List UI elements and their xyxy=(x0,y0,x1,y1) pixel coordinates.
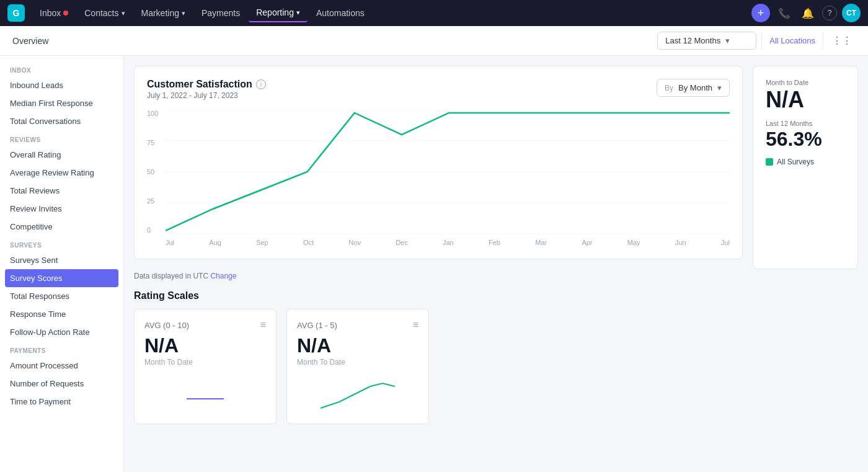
by-month-selector[interactable]: By By Month ▾ xyxy=(657,79,730,97)
sidebar-payments-label: PAYMENTS xyxy=(0,341,123,357)
card-date-range: July 1, 2022 - July 17, 2023 xyxy=(147,91,266,100)
rating-scales-title: Rating Scales xyxy=(134,290,858,301)
card-header: Customer Satisfaction i July 1, 2022 - J… xyxy=(147,79,730,100)
sidebar-item-competitive[interactable]: Competitive xyxy=(0,218,123,236)
main-content: Customer Satisfaction i July 1, 2022 - J… xyxy=(124,56,868,472)
chevron-down-icon: ▾ xyxy=(725,36,730,45)
rating-card-1-5: AVG (1 - 5) ≡ N/A Month To Date xyxy=(286,309,429,424)
rating-cards-row: AVG (0 - 10) ≡ N/A Month To Date AVG (1 … xyxy=(134,309,858,424)
date-selector[interactable]: Last 12 Months ▾ xyxy=(657,32,756,50)
sidebar-reviews-section: Overall RatingAverage Review RatingTotal… xyxy=(0,146,123,236)
date-selector-label: Last 12 Months xyxy=(665,36,720,45)
sidebar-inbox-label: INBOX xyxy=(0,61,123,76)
mini-chart-0-10 xyxy=(144,374,266,411)
sub-nav-right: Last 12 Months ▾ All Locations ⋮⋮ xyxy=(657,31,856,50)
sidebar-item-total-responses[interactable]: Total Responses xyxy=(0,287,123,305)
nav-label: Marketing xyxy=(141,8,179,18)
sidebar-item-surveys-sent[interactable]: Surveys Sent xyxy=(0,251,123,269)
sidebar-item-follow-up-action-rate[interactable]: Follow-Up Action Rate xyxy=(0,323,123,341)
nav-item-reporting[interactable]: Reporting▾ xyxy=(249,4,308,22)
sidebar-item-amount-processed[interactable]: Amount Processed xyxy=(0,357,123,375)
stats-legend: All Surveys xyxy=(766,158,845,166)
stats-panel: Month to Date N/A Last 12 Months 56.3% A… xyxy=(753,66,858,269)
month-to-date-value: N/A xyxy=(766,87,845,112)
nav-item-contacts[interactable]: Contacts▾ xyxy=(77,4,132,22)
nav-label: Inbox xyxy=(40,8,61,18)
nav-item-automations[interactable]: Automations xyxy=(309,4,372,22)
sidebar-item-total-reviews[interactable]: Total Reviews xyxy=(0,182,123,200)
sidebar-item-review-invites[interactable]: Review Invites xyxy=(0,200,123,218)
sidebar-item-average-review-rating[interactable]: Average Review Rating xyxy=(0,164,123,182)
chevron-icon: ▾ xyxy=(296,9,300,17)
more-options-button[interactable]: ⋮⋮ xyxy=(828,31,856,50)
nav-item-marketing[interactable]: Marketing▾ xyxy=(134,4,193,22)
last-12-months-label: Last 12 Months xyxy=(766,120,845,127)
phone-icon[interactable]: 📞 xyxy=(775,4,794,22)
rating-card-1-5-title: AVG (1 - 5) xyxy=(297,321,337,330)
customer-satisfaction-card: Customer Satisfaction i July 1, 2022 - J… xyxy=(134,66,743,259)
change-link[interactable]: Change xyxy=(210,272,236,280)
card-title: Customer Satisfaction xyxy=(147,79,252,90)
nav-item-payments[interactable]: Payments xyxy=(194,4,247,22)
legend-label: All Surveys xyxy=(777,158,814,166)
by-label: By xyxy=(665,84,673,92)
rating-card-0-10-menu[interactable]: ≡ xyxy=(260,319,266,331)
help-icon[interactable]: ? xyxy=(822,6,837,20)
rating-card-1-5-header: AVG (1 - 5) ≡ xyxy=(297,319,418,331)
mini-chart-1-5 xyxy=(297,374,418,411)
rating-card-1-5-menu[interactable]: ≡ xyxy=(413,319,418,331)
rating-card-0-10-title: AVG (0 - 10) xyxy=(144,321,189,330)
sidebar-item-inbound-leads[interactable]: Inbound Leads xyxy=(0,76,123,94)
rating-card-0-10-header: AVG (0 - 10) ≡ xyxy=(144,319,266,331)
sidebar-surveys-section: Surveys SentSurvey ScoresTotal Responses… xyxy=(0,251,123,341)
legend-dot xyxy=(766,158,773,166)
logo[interactable]: G xyxy=(7,4,25,22)
nav-label: Payments xyxy=(202,8,240,18)
nav-item-inbox[interactable]: Inbox xyxy=(32,4,76,22)
add-button[interactable]: + xyxy=(751,4,770,22)
chevron-icon: ▾ xyxy=(122,9,125,17)
chevron-down-icon: ▾ xyxy=(717,83,722,92)
main-layout: INBOX Inbound LeadsMedian First Response… xyxy=(0,56,868,472)
sidebar-surveys-label: SURVEYS xyxy=(0,236,123,251)
overview-nav-item[interactable]: Overview xyxy=(12,33,48,48)
sidebar-item-time-to-payment[interactable]: Time to Payment xyxy=(0,393,123,411)
sub-nav: Overview Last 12 Months ▾ All Locations … xyxy=(0,26,868,56)
rating-card-0-10: AVG (0 - 10) ≡ N/A Month To Date xyxy=(134,309,277,424)
month-label: By Month xyxy=(678,83,712,92)
nav-right: + 📞 🔔 ? CT xyxy=(751,4,861,22)
last-12-months-value: 56.3% xyxy=(766,128,845,150)
sidebar-item-median-first-response[interactable]: Median First Response xyxy=(0,94,123,112)
rating-card-1-5-sub: Month To Date xyxy=(297,358,418,367)
rating-scales-section: Rating Scales AVG (0 - 10) ≡ N/A Month T… xyxy=(134,290,858,424)
chart-svg xyxy=(166,110,730,234)
chart-y-labels: 100 75 50 25 0 xyxy=(147,110,158,234)
rating-card-0-10-value: N/A xyxy=(144,336,266,355)
sidebar: INBOX Inbound LeadsMedian First Response… xyxy=(0,56,124,472)
chart-container: 100 75 50 25 0 xyxy=(147,110,730,246)
sidebar-payments-section: Amount ProcessedNumber of RequestsTime t… xyxy=(0,357,123,411)
inbox-dot xyxy=(63,11,68,16)
chevron-icon: ▾ xyxy=(182,9,185,17)
month-to-date-label: Month to Date xyxy=(766,79,845,86)
sidebar-item-number-of-requests[interactable]: Number of Requests xyxy=(0,375,123,393)
location-selector[interactable]: All Locations xyxy=(761,32,823,49)
rating-card-1-5-value: N/A xyxy=(297,336,418,355)
sidebar-item-survey-scores[interactable]: Survey Scores xyxy=(5,269,118,287)
bell-icon[interactable]: 🔔 xyxy=(799,4,817,22)
data-notice: Data displayed in UTC Change xyxy=(134,272,858,280)
sidebar-item-overall-rating[interactable]: Overall Rating xyxy=(0,146,123,164)
sidebar-reviews-label: REVIEWS xyxy=(0,130,123,146)
nav-label: Automations xyxy=(316,8,365,18)
sidebar-inbox-section: Inbound LeadsMedian First ResponseTotal … xyxy=(0,76,123,130)
top-nav: G InboxContacts▾Marketing▾PaymentsReport… xyxy=(0,0,868,26)
info-icon[interactable]: i xyxy=(256,79,266,89)
sidebar-item-total-conversations[interactable]: Total Conversations xyxy=(0,112,123,130)
sidebar-item-response-time[interactable]: Response Time xyxy=(0,305,123,323)
avatar[interactable]: CT xyxy=(842,4,861,22)
logo-text: G xyxy=(13,8,20,18)
nav-label: Reporting xyxy=(256,7,294,17)
nav-items: InboxContacts▾Marketing▾PaymentsReportin… xyxy=(32,4,372,22)
location-selector-label: All Locations xyxy=(769,36,815,45)
rating-card-0-10-sub: Month To Date xyxy=(144,358,266,367)
